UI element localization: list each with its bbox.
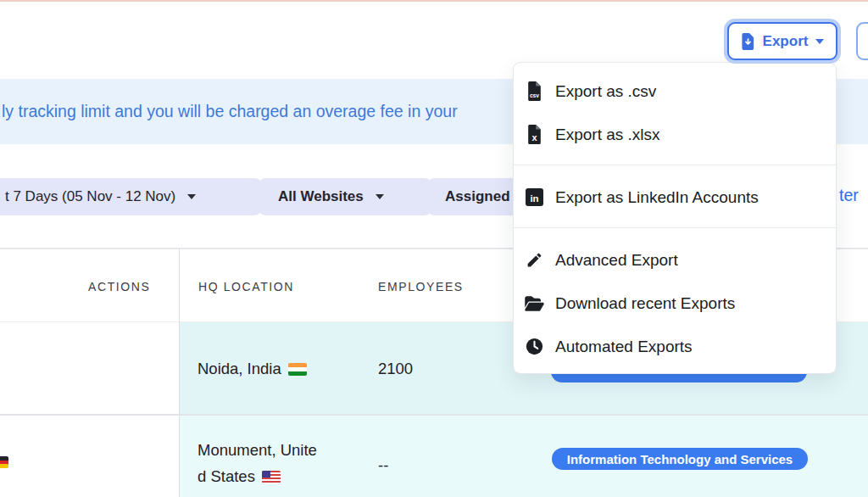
hq-location-cell: Monument, Unite d States (198, 437, 350, 489)
chevron-down-icon (187, 194, 196, 199)
menu-item-label: Export as LinkedIn Accounts (555, 188, 759, 207)
export-button-label: Export (763, 33, 809, 50)
companies-page: ly tracking limit and you will be charge… (0, 0, 868, 497)
employees-cell: -- (378, 456, 388, 475)
menu-item-export-csv[interactable]: csv Export as .csv (514, 70, 836, 113)
india-flag (288, 363, 307, 376)
linkedin-icon: in (524, 188, 544, 206)
employees-cell: 2100 (378, 360, 413, 378)
export-button[interactable]: Export (727, 22, 837, 60)
date-range-label: t 7 Days (05 Nov - 12 Nov) (5, 188, 175, 205)
pencil-icon (524, 251, 544, 269)
chevron-down-icon (815, 39, 824, 44)
partial-right-button[interactable] (856, 22, 868, 60)
menu-item-advanced-export[interactable]: Advanced Export (514, 238, 836, 282)
assigned-label: Assigned (445, 188, 510, 205)
websites-label: All Websites (278, 188, 364, 205)
top-hairline (0, 0, 868, 2)
column-header-employees: EMPLOYEES (378, 280, 464, 293)
column-header-actions: ACTIONS (88, 280, 150, 293)
folder-open-icon (524, 295, 544, 312)
menu-item-label: Automated Exports (555, 338, 693, 356)
websites-filter[interactable]: All Websites (258, 178, 433, 215)
chevron-down-icon (376, 194, 384, 199)
svg-text:in: in (530, 193, 538, 204)
export-dropdown-menu: csv Export as .csv x Export as .xlsx in (513, 62, 837, 374)
overage-banner-text: ly tracking limit and you will be charge… (2, 79, 458, 144)
file-csv-icon: csv (524, 81, 544, 101)
menu-item-label: Download recent Exports (555, 294, 735, 313)
menu-item-export-linkedin[interactable]: in Export as LinkedIn Accounts (514, 176, 836, 219)
clock-icon (524, 338, 544, 355)
menu-item-label: Advanced Export (555, 251, 678, 270)
menu-divider (514, 165, 836, 165)
svg-text:x: x (531, 132, 537, 142)
menu-divider (514, 227, 836, 228)
file-download-icon (741, 33, 755, 50)
menu-item-export-xlsx[interactable]: x Export as .xlsx (514, 113, 836, 156)
menu-item-automated-exports[interactable]: Automated Exports (514, 325, 836, 368)
svg-text:csv: csv (529, 92, 538, 98)
menu-item-label: Export as .xlsx (555, 126, 660, 144)
hq-location-cell: Noida, India (198, 360, 307, 378)
column-divider (179, 249, 180, 497)
industry-badge[interactable]: Information Technology and Services (552, 448, 808, 470)
row-separator (0, 414, 868, 416)
germany-flag (0, 456, 8, 468)
column-header-hq-location: HQ LOCATION (198, 280, 294, 293)
us-flag (262, 471, 281, 483)
menu-item-label: Export as .csv (555, 82, 656, 101)
partial-filter-link[interactable]: ter (839, 186, 859, 205)
file-xlsx-icon: x (524, 125, 544, 144)
menu-item-download-recent[interactable]: Download recent Exports (514, 282, 836, 325)
date-range-filter[interactable]: t 7 Days (05 Nov - 12 Nov) (0, 178, 263, 215)
